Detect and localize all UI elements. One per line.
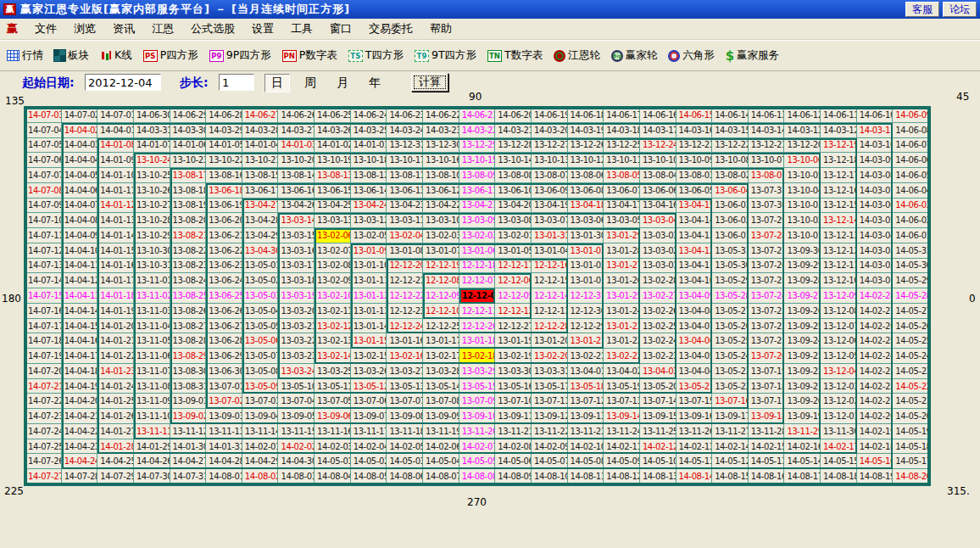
date-cell[interactable]: 13-01-20	[532, 333, 568, 349]
date-cell[interactable]: 13-08-12	[351, 168, 387, 183]
calculate-button[interactable]: 计算	[411, 73, 448, 92]
date-cell[interactable]: 13-07-25	[749, 273, 785, 288]
date-cell[interactable]: 13-05-24	[712, 349, 749, 364]
date-cell[interactable]: 13-03-04	[640, 213, 677, 228]
date-cell[interactable]: 13-06-21	[206, 228, 242, 243]
date-cell[interactable]: 13-02-25	[640, 319, 677, 334]
date-cell[interactable]: 13-04-24	[351, 199, 387, 214]
date-cell[interactable]: 14-04-19	[62, 379, 98, 394]
date-cell[interactable]: 13-08-11	[387, 168, 423, 183]
date-cell[interactable]: 13-01-13	[351, 304, 387, 319]
date-cell[interactable]: 14-07-09	[25, 199, 62, 214]
date-cell[interactable]: 13-03-14	[278, 213, 315, 228]
date-cell[interactable]: 13-12-03	[821, 379, 857, 394]
date-cell[interactable]: 14-03-18	[604, 123, 640, 138]
period-day[interactable]: 日	[264, 74, 290, 92]
date-cell[interactable]: 13-09-05	[278, 409, 315, 424]
date-cell[interactable]: 14-07-12	[25, 243, 62, 259]
date-cell[interactable]: 13-05-04	[242, 304, 279, 319]
date-cell[interactable]: 12-12-06	[495, 273, 532, 288]
date-cell[interactable]: 14-07-20	[25, 364, 62, 379]
date-cell[interactable]: 13-10-18	[351, 153, 387, 168]
customer-service-button[interactable]: 客服	[905, 2, 939, 17]
date-cell[interactable]: 13-07-20	[749, 349, 785, 364]
date-cell[interactable]: 14-01-20	[97, 319, 134, 334]
date-cell[interactable]: 14-06-01	[893, 228, 929, 243]
date-cell[interactable]: 13-03-11	[387, 213, 423, 228]
date-cell[interactable]: 14-06-15	[677, 108, 713, 123]
date-cell[interactable]: 14-01-31	[206, 439, 242, 455]
date-cell[interactable]: 13-02-10	[315, 288, 351, 304]
date-cell[interactable]: 13-01-11	[351, 273, 387, 288]
date-cell[interactable]: 14-08-04	[315, 469, 351, 484]
date-cell[interactable]: 13-05-30	[712, 259, 749, 274]
date-cell[interactable]: 14-05-23	[893, 364, 929, 379]
date-cell[interactable]: 13-05-17	[532, 379, 568, 394]
date-cell[interactable]: 13-12-27	[532, 138, 568, 154]
date-cell[interactable]: 13-06-26	[206, 304, 242, 319]
date-cell[interactable]: 13-11-05	[134, 333, 170, 349]
date-cell[interactable]: 14-06-02	[893, 213, 929, 228]
date-cell[interactable]: 13-11-26	[677, 424, 713, 439]
date-cell[interactable]: 13-12-08	[821, 304, 857, 319]
date-cell[interactable]: 13-09-29	[784, 259, 821, 274]
date-cell[interactable]: 14-08-01	[206, 469, 242, 484]
date-cell[interactable]: 14-06-09	[893, 108, 929, 123]
date-cell[interactable]: 14-03-06	[857, 199, 894, 214]
date-cell[interactable]: 13-12-05	[821, 349, 857, 364]
date-cell[interactable]: 13-12-07	[821, 319, 857, 334]
date-cell[interactable]: 13-08-17	[170, 168, 207, 183]
date-cell[interactable]: 14-08-12	[604, 469, 640, 484]
date-cell[interactable]: 13-05-15	[459, 379, 496, 394]
date-cell[interactable]: 14-07-19	[25, 349, 62, 364]
toolbar-winner-wheel[interactable]: Big 赢家轮	[611, 48, 658, 63]
date-cell[interactable]: 13-03-21	[278, 319, 315, 334]
date-cell[interactable]: 13-08-10	[423, 168, 459, 183]
date-cell[interactable]: 14-04-03	[62, 138, 98, 154]
date-cell[interactable]: 13-10-07	[749, 153, 785, 168]
date-cell[interactable]: 13-10-02	[784, 213, 821, 228]
date-cell[interactable]: 14-04-12	[62, 273, 98, 288]
date-cell[interactable]: 14-05-09	[604, 454, 640, 469]
date-cell[interactable]: 14-04-24	[62, 454, 98, 469]
date-cell[interactable]: 14-06-07	[893, 138, 929, 154]
date-cell[interactable]: 13-07-16	[712, 394, 749, 409]
date-cell[interactable]: 14-05-21	[893, 394, 929, 409]
date-cell[interactable]: 14-06-10	[857, 108, 894, 123]
date-cell[interactable]: 13-08-03	[677, 168, 713, 183]
date-cell[interactable]: 14-01-29	[134, 439, 170, 455]
period-month[interactable]: 月	[331, 75, 354, 92]
date-cell[interactable]: 14-07-29	[97, 469, 134, 484]
date-cell[interactable]: 13-11-01	[134, 273, 170, 288]
date-cell[interactable]: 13-08-06	[568, 168, 604, 183]
date-cell[interactable]: 13-04-26	[278, 199, 315, 214]
date-cell[interactable]: 13-03-19	[278, 288, 315, 304]
date-cell[interactable]: 13-11-02	[134, 288, 170, 304]
date-cell[interactable]: 14-06-19	[532, 108, 568, 123]
date-cell[interactable]: 13-04-29	[242, 228, 279, 243]
date-cell[interactable]: 13-05-16	[495, 379, 532, 394]
date-cell[interactable]: 14-03-29	[206, 123, 242, 138]
date-cell[interactable]: 13-12-14	[821, 213, 857, 228]
date-cell[interactable]: 14-06-27	[242, 108, 279, 123]
date-cell[interactable]: 13-10-08	[712, 153, 749, 168]
date-cell[interactable]: 12-12-19	[423, 259, 459, 274]
date-cell[interactable]: 13-02-09	[315, 273, 351, 288]
date-cell[interactable]: 13-08-09	[459, 168, 496, 183]
date-cell[interactable]: 13-09-24	[784, 333, 821, 349]
date-cell[interactable]: 13-04-28	[242, 213, 279, 228]
date-cell[interactable]: 13-09-28	[784, 273, 821, 288]
date-cell[interactable]: 13-12-30	[423, 138, 459, 154]
date-cell[interactable]: 13-12-24	[640, 138, 677, 154]
date-cell[interactable]: 14-01-09	[97, 153, 134, 168]
date-cell[interactable]: 13-01-25	[604, 288, 640, 304]
date-cell[interactable]: 13-02-06	[315, 228, 351, 243]
date-cell[interactable]: 13-07-21	[749, 333, 785, 349]
date-cell[interactable]: 14-06-23	[387, 108, 423, 123]
date-cell[interactable]: 13-12-12	[821, 243, 857, 259]
date-cell[interactable]: 13-06-18	[206, 183, 242, 199]
date-cell[interactable]: 13-10-15	[459, 153, 496, 168]
date-cell[interactable]: 13-03-31	[532, 364, 568, 379]
date-cell[interactable]: 13-05-06	[242, 333, 279, 349]
date-cell[interactable]: 14-02-22	[857, 379, 894, 394]
